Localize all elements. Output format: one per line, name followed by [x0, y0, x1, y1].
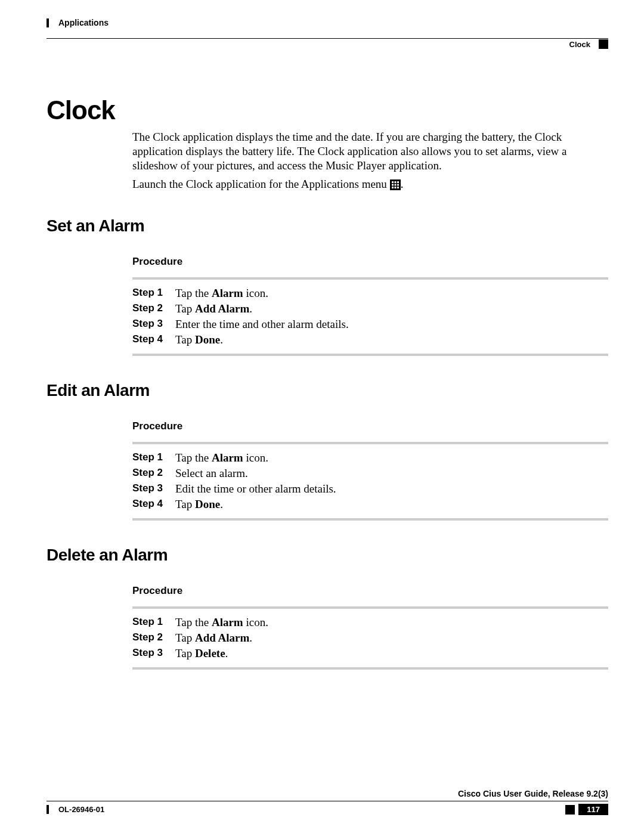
step-text: Enter the time and other alarm details. — [175, 317, 349, 332]
step-text: Tap Delete. — [175, 646, 268, 661]
intro-paragraph-1: The Clock application displays the time … — [132, 130, 608, 172]
procedure-rule-bottom — [132, 354, 608, 356]
header-section: Clock — [569, 39, 608, 49]
svg-rect-7 — [394, 187, 396, 188]
svg-rect-1 — [394, 181, 396, 183]
header-bar-icon — [47, 18, 49, 27]
table-row: Step 1Tap the Alarm icon. — [132, 615, 268, 630]
step-label: Step 4 — [132, 332, 175, 348]
step-text: Tap the Alarm icon. — [175, 450, 336, 466]
bold-term: Delete — [195, 647, 225, 659]
step-label: Step 1 — [132, 286, 175, 301]
steps-table: Step 1Tap the Alarm icon.Step 2Select an… — [132, 450, 336, 512]
header-rule — [47, 38, 608, 39]
step-text: Tap Add Alarm. — [175, 301, 349, 317]
procedure-label: Procedure — [132, 256, 608, 268]
intro-block: The Clock application displays the time … — [132, 130, 608, 191]
footer-doc-id-text: OL-26946-01 — [58, 805, 104, 814]
section-heading: Set an Alarm — [47, 216, 608, 236]
bold-term: Add Alarm — [195, 631, 249, 644]
table-row: Step 4Tap Done. — [132, 332, 349, 348]
step-label: Step 1 — [132, 615, 175, 630]
table-row: Step 1Tap the Alarm icon. — [132, 450, 336, 466]
table-row: Step 2Select an alarm. — [132, 466, 336, 481]
step-text: Tap Add Alarm. — [175, 630, 268, 646]
table-row: Step 4Tap Done. — [132, 497, 336, 512]
steps-table: Step 1Tap the Alarm icon.Step 2Tap Add A… — [132, 286, 349, 348]
section-heading: Edit an Alarm — [47, 381, 608, 400]
page-header: Applications — [47, 18, 608, 27]
header-chapter-text: Applications — [58, 18, 109, 27]
step-label: Step 1 — [132, 450, 175, 466]
header-section-text: Clock — [569, 40, 590, 49]
step-text: Edit the time or other alarm details. — [175, 481, 336, 497]
procedure-label: Procedure — [132, 420, 608, 432]
page-title: Clock — [47, 95, 608, 125]
table-row: Step 1Tap the Alarm icon. — [132, 286, 349, 301]
step-text: Select an alarm. — [175, 466, 336, 481]
step-label: Step 3 — [132, 646, 175, 661]
header-chapter: Applications — [47, 18, 109, 27]
procedure-rule-top — [132, 442, 608, 444]
step-text: Tap Done. — [175, 332, 349, 348]
procedure-label: Procedure — [132, 585, 608, 597]
svg-rect-6 — [392, 187, 394, 188]
table-row: Step 2Tap Add Alarm. — [132, 301, 349, 317]
procedure-rule-bottom — [132, 667, 608, 670]
step-label: Step 4 — [132, 497, 175, 512]
step-text: Tap the Alarm icon. — [175, 286, 349, 301]
step-label: Step 2 — [132, 630, 175, 646]
table-row: Step 3Tap Delete. — [132, 646, 268, 661]
section-heading: Delete an Alarm — [47, 546, 608, 565]
footer-bar-icon — [47, 805, 49, 814]
footer-doc-id: OL-26946-01 — [47, 805, 104, 814]
steps-table: Step 1Tap the Alarm icon.Step 2Tap Add A… — [132, 615, 268, 661]
bold-term: Add Alarm — [195, 302, 249, 315]
footer-page-block: 117 — [565, 804, 608, 815]
footer-rule — [47, 801, 608, 801]
svg-rect-8 — [397, 187, 399, 188]
intro-paragraph-2: Launch the Clock application for the App… — [132, 177, 608, 191]
bold-term: Alarm — [212, 451, 243, 464]
footer-page-number: 117 — [578, 804, 608, 815]
footer-guide-title: Cisco Cius User Guide, Release 9.2(3) — [47, 789, 608, 798]
procedure-rule-bottom — [132, 518, 608, 521]
step-label: Step 2 — [132, 301, 175, 317]
step-text: Tap the Alarm icon. — [175, 615, 268, 630]
bold-term: Alarm — [212, 616, 243, 628]
intro-p2-post: . — [401, 178, 404, 190]
svg-rect-3 — [392, 184, 394, 186]
intro-p2-pre: Launch the Clock application for the App… — [132, 178, 390, 190]
header-marker-icon — [599, 39, 608, 49]
procedure-rule-top — [132, 606, 608, 609]
procedure-block: ProcedureStep 1Tap the Alarm icon.Step 2… — [132, 256, 608, 356]
svg-rect-2 — [397, 181, 399, 183]
step-label: Step 2 — [132, 466, 175, 481]
step-label: Step 3 — [132, 317, 175, 332]
svg-rect-5 — [397, 184, 399, 186]
step-text: Tap Done. — [175, 497, 336, 512]
table-row: Step 3Enter the time and other alarm det… — [132, 317, 349, 332]
procedure-block: ProcedureStep 1Tap the Alarm icon.Step 2… — [132, 585, 608, 670]
table-row: Step 3Edit the time or other alarm detai… — [132, 481, 336, 497]
procedure-block: ProcedureStep 1Tap the Alarm icon.Step 2… — [132, 420, 608, 521]
table-row: Step 2Tap Add Alarm. — [132, 630, 268, 646]
bold-term: Done — [195, 498, 220, 510]
page-footer: Cisco Cius User Guide, Release 9.2(3) OL… — [47, 789, 608, 815]
procedure-rule-top — [132, 277, 608, 280]
footer-marker-icon — [565, 805, 575, 815]
step-label: Step 3 — [132, 481, 175, 497]
bold-term: Done — [195, 333, 220, 346]
bold-term: Alarm — [212, 287, 243, 299]
svg-rect-4 — [394, 184, 396, 186]
svg-rect-0 — [392, 181, 394, 183]
apps-grid-icon — [390, 179, 401, 190]
